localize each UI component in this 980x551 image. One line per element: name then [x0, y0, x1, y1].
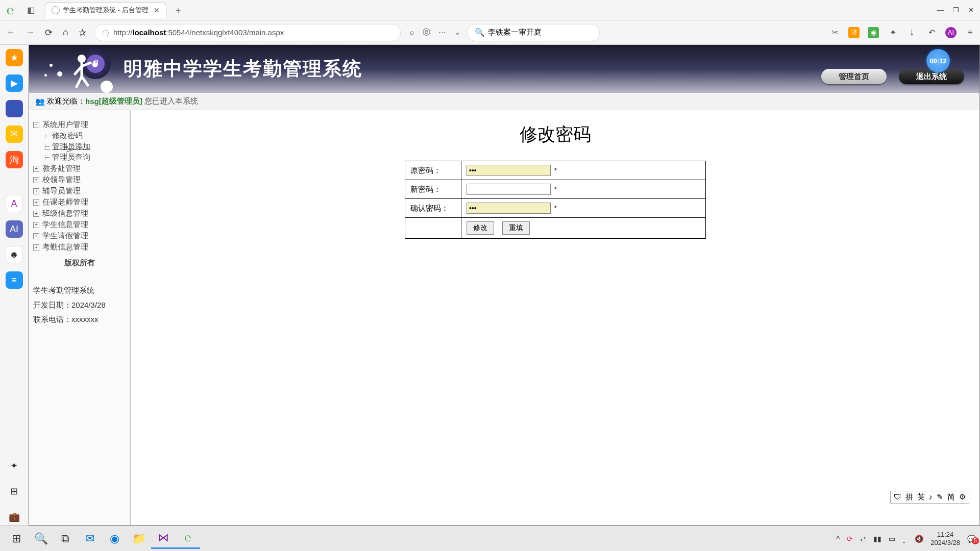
favorite-icon[interactable]: ✰	[77, 25, 88, 40]
ime-toolbar[interactable]: 🛡 拼 英 ♪ ✎ 简 ⚙	[890, 491, 970, 504]
ime-pin[interactable]: 拼	[905, 492, 913, 502]
tray-net-icon[interactable]: ⇄	[860, 535, 866, 543]
browser-search-box[interactable]: 🔍	[467, 24, 600, 41]
fav-star-icon[interactable]: ★	[6, 49, 23, 66]
admin-home-button[interactable]: 管理首页	[821, 69, 887, 84]
back-icon[interactable]: ←	[4, 25, 17, 40]
fav-bot-icon[interactable]: ☻	[6, 246, 23, 263]
old-password-input[interactable]	[467, 165, 551, 176]
fav-stack-icon[interactable]: ≡	[6, 271, 23, 289]
plus-icon[interactable]: +	[33, 166, 39, 172]
minus-icon[interactable]: −	[33, 122, 39, 128]
more-icon[interactable]: ⋯	[438, 28, 446, 37]
taskbar-clock[interactable]: 11:24 2024/3/28	[930, 531, 960, 546]
ime-gear-icon[interactable]: ⚙	[959, 492, 966, 502]
main-content: 修改密码 原密码： * 新密码： *	[131, 110, 979, 525]
tree-node-6[interactable]: +学生信息管理	[33, 220, 126, 230]
reset-button[interactable]: 重填	[502, 221, 530, 235]
tree-node-5[interactable]: +班级信息管理	[33, 209, 126, 218]
plus-icon[interactable]: +	[33, 222, 39, 228]
new-password-input[interactable]	[467, 184, 551, 195]
system-name: 学生考勤管理系统	[33, 283, 126, 298]
search-input[interactable]	[488, 28, 590, 37]
tree-child-0-2[interactable]: ⊢管理员查询	[44, 153, 126, 162]
home-icon[interactable]: ⌂	[61, 25, 70, 40]
ime-music-icon[interactable]: ♪	[929, 492, 933, 502]
tree-label: 教务处管理	[42, 164, 81, 173]
fav-grid-icon[interactable]: ⊞	[6, 483, 23, 500]
download-icon[interactable]: ⭳	[906, 27, 918, 38]
tray-sync-icon[interactable]: ⟳	[847, 535, 853, 543]
vs-app-icon[interactable]: ⋈	[151, 529, 176, 549]
tree-node-8[interactable]: +考勤信息管理	[33, 242, 126, 252]
fav-ai2-icon[interactable]: AI	[6, 220, 23, 238]
tree-label: 考勤信息管理	[42, 242, 88, 252]
tray-monitor-icon[interactable]: ▮▮	[873, 535, 881, 543]
plus-icon[interactable]: +	[33, 211, 39, 217]
explorer-app-icon[interactable]: 📁	[127, 529, 151, 549]
sidebar-toggle-icon[interactable]: ◧	[20, 5, 41, 15]
ie-mode-icon[interactable]: ⓔ	[423, 28, 430, 37]
browser-tab-strip: ℮ ◧ 学生考勤管理系统 - 后台管理 ✕ ＋ — ❐ ✕	[0, 0, 980, 20]
fav-video-icon[interactable]: ▶	[6, 74, 23, 92]
scissors-icon[interactable]: ✂	[829, 27, 840, 38]
ime-pen-icon[interactable]: ✎	[937, 492, 943, 502]
tray-battery-icon[interactable]: ▭	[889, 535, 895, 543]
ime-en[interactable]: 英	[917, 492, 925, 502]
tree-child-0-0[interactable]: ⊢修改密码	[44, 131, 126, 141]
change-password-form: 原密码： * 新密码： * 确认密码：	[405, 161, 706, 239]
fav-mail-icon[interactable]: ✉	[6, 126, 23, 143]
menu-icon[interactable]: ≡	[965, 27, 976, 38]
site-info-icon[interactable]: ◌	[102, 28, 109, 37]
browser-app-icon[interactable]: ℮	[176, 529, 200, 549]
undo-icon[interactable]: ↶	[926, 27, 937, 38]
tree-node-0[interactable]: −系统用户管理	[33, 120, 126, 130]
new-tab-button[interactable]: ＋	[174, 4, 183, 16]
minimize-icon[interactable]: —	[937, 6, 944, 14]
puzzle-icon[interactable]: ✦	[887, 27, 898, 38]
tray-chevron-icon[interactable]: ^	[837, 535, 840, 543]
ext-green-icon[interactable]: ◉	[868, 27, 879, 38]
key-icon[interactable]: ⌕	[410, 28, 414, 37]
plus-icon[interactable]: +	[33, 233, 39, 239]
plus-icon[interactable]: +	[33, 177, 39, 183]
tree-node-3[interactable]: +辅导员管理	[33, 186, 126, 196]
url-input[interactable]: ◌ http://localhost:50544/netxskqglxt4003…	[94, 24, 401, 41]
required-mark: *	[554, 166, 557, 174]
submit-button[interactable]: 修改	[467, 221, 494, 235]
translate-ext-icon[interactable]: 译	[848, 27, 860, 38]
branch-icon: ⊢	[44, 132, 50, 140]
tree-node-7[interactable]: +学生请假管理	[33, 231, 126, 241]
tree-node-2[interactable]: +校领导管理	[33, 175, 126, 185]
confirm-password-input[interactable]	[467, 203, 551, 214]
tree-child-0-1[interactable]: ⊢管理员添加↖	[44, 142, 126, 152]
maximize-icon[interactable]: ❐	[953, 6, 959, 14]
tree-node-4[interactable]: +任课老师管理	[33, 197, 126, 207]
fav-briefcase-icon[interactable]: 💼	[6, 508, 23, 525]
fav-shop-icon[interactable]: 淘	[6, 151, 23, 168]
fav-puzzle-icon[interactable]: ✦	[6, 457, 23, 474]
tray-volume-icon[interactable]: 🔇	[915, 535, 923, 543]
fav-ai-icon[interactable]: A	[6, 195, 23, 212]
browser-tab[interactable]: 学生考勤管理系统 - 后台管理 ✕	[45, 2, 166, 18]
notification-icon[interactable]: 💬5	[967, 535, 976, 543]
plus-icon[interactable]: +	[33, 199, 39, 206]
chevron-down-icon[interactable]: ⌄	[454, 28, 461, 37]
ime-jian[interactable]: 简	[947, 492, 955, 502]
tab-close-icon[interactable]: ✕	[154, 6, 160, 14]
tray-wifi-icon[interactable]: ⡀	[902, 535, 908, 543]
start-button[interactable]: ⊞	[4, 529, 29, 549]
ime-shield-icon[interactable]: 🛡	[894, 492, 901, 502]
close-window-icon[interactable]: ✕	[968, 6, 974, 14]
logout-button[interactable]: 退出系统	[899, 69, 964, 84]
tree-node-1[interactable]: +教务处管理	[33, 164, 126, 173]
plus-icon[interactable]: +	[33, 188, 39, 194]
taskbar-search-icon[interactable]: 🔍	[29, 529, 53, 549]
mail-app-icon[interactable]: ✉	[78, 529, 102, 549]
edge-app-icon[interactable]: ◉	[102, 529, 127, 549]
reload-icon[interactable]: ⟳	[43, 25, 55, 40]
plus-icon[interactable]: +	[33, 244, 39, 251]
ai-ext-icon[interactable]: AI	[945, 27, 957, 38]
task-view-icon[interactable]: ⧉	[53, 529, 78, 549]
fav-paw-icon[interactable]: 🐾	[6, 100, 23, 117]
